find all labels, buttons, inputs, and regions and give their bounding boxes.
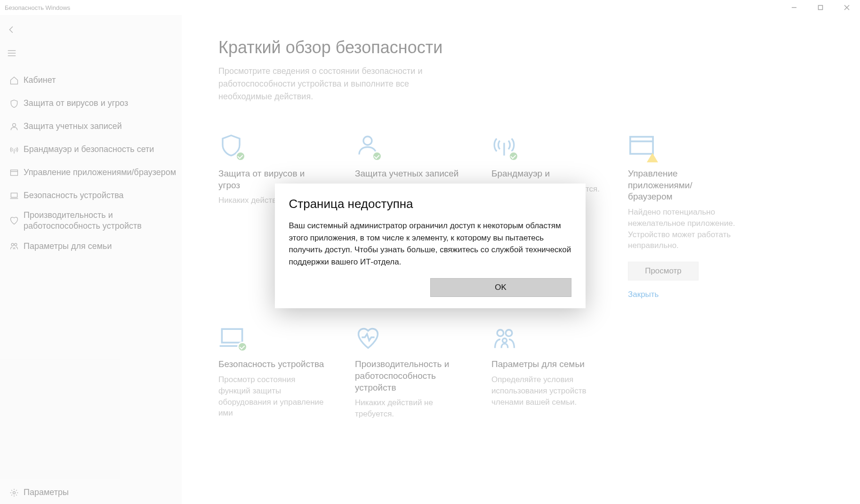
modal-overlay: Страница недоступна Ваш системный админи… [0, 0, 860, 504]
modal-body: Ваш системный администратор ограничил до… [289, 220, 571, 268]
ok-button[interactable]: OK [430, 278, 571, 297]
modal-actions: OK [289, 278, 571, 297]
modal-title: Страница недоступна [289, 197, 571, 211]
modal-dialog: Страница недоступна Ваш системный админи… [275, 184, 586, 308]
